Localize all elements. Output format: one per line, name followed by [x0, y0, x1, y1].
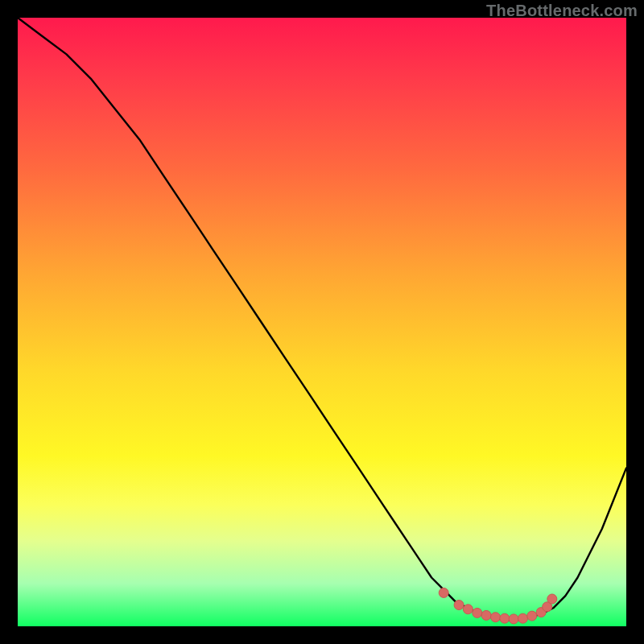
marker-dot: [527, 611, 537, 621]
marker-dot: [439, 588, 448, 597]
marker-dot: [500, 613, 510, 623]
bottleneck-curve: [18, 18, 626, 620]
optimal-region-markers: [439, 588, 557, 624]
marker-dot: [463, 605, 473, 614]
marker-dot: [481, 610, 491, 620]
marker-dot: [509, 614, 518, 624]
marker-dot: [491, 613, 501, 622]
marker-dot: [547, 594, 557, 604]
chart-svg: [18, 18, 626, 626]
marker-dot: [518, 613, 528, 623]
marker-dot: [473, 608, 482, 617]
marker-dot: [454, 601, 464, 610]
